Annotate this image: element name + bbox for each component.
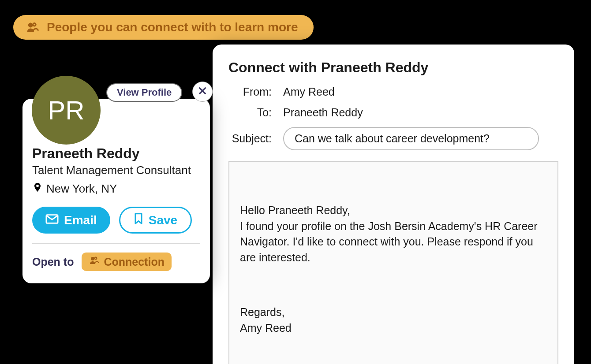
open-to-label: Open to: [32, 256, 74, 268]
view-profile-button[interactable]: View Profile: [106, 83, 182, 102]
svg-point-1: [33, 23, 36, 26]
close-icon: [198, 86, 207, 97]
compose-title: Connect with Praneeth Reddy: [228, 59, 558, 76]
avatar: PR: [32, 76, 101, 145]
message-signature: Regards, Amy Reed: [240, 305, 547, 336]
svg-point-0: [29, 23, 32, 27]
save-button[interactable]: Save: [119, 207, 192, 234]
mail-icon: [45, 213, 59, 227]
location-pin-icon: [32, 181, 43, 197]
header-title: People you can connect with to learn mor…: [47, 20, 298, 34]
to-label: To:: [228, 106, 281, 119]
bookmark-icon: [134, 212, 143, 228]
profile-title: Talent Management Consultant: [32, 163, 200, 177]
subject-label: Subject:: [228, 132, 281, 145]
message-paragraph: Hello Praneeth Reddy, I found your profi…: [240, 203, 547, 265]
people-icon: [26, 21, 39, 34]
to-value: Praneeth Reddy: [281, 106, 558, 119]
connection-chip-label: Connection: [104, 256, 165, 268]
svg-point-7: [95, 257, 97, 260]
svg-point-4: [37, 185, 39, 187]
from-value: Amy Reed: [281, 85, 558, 98]
people-icon: [89, 255, 99, 268]
profile-location: New York, NY: [32, 181, 200, 197]
profile-name: Praneeth Reddy: [32, 145, 200, 162]
profile-actions: Email Save: [32, 207, 200, 234]
profile-location-text: New York, NY: [46, 182, 117, 196]
header-pill: People you can connect with to learn mor…: [13, 15, 314, 40]
open-to-row: Open to Connection: [32, 253, 200, 271]
svg-point-6: [91, 257, 94, 260]
save-button-label: Save: [149, 213, 177, 227]
compose-fields: From: Amy Reed To: Praneeth Reddy Subjec…: [228, 85, 558, 150]
connection-chip: Connection: [82, 253, 172, 271]
from-label: From:: [228, 85, 281, 98]
email-button-label: Email: [64, 213, 97, 227]
divider: [32, 243, 200, 244]
subject-input[interactable]: [283, 127, 539, 150]
compose-panel: Connect with Praneeth Reddy From: Amy Re…: [213, 45, 574, 364]
message-body[interactable]: Hello Praneeth Reddy, I found your profi…: [228, 161, 558, 364]
email-button[interactable]: Email: [32, 207, 110, 234]
close-button[interactable]: [192, 82, 213, 102]
